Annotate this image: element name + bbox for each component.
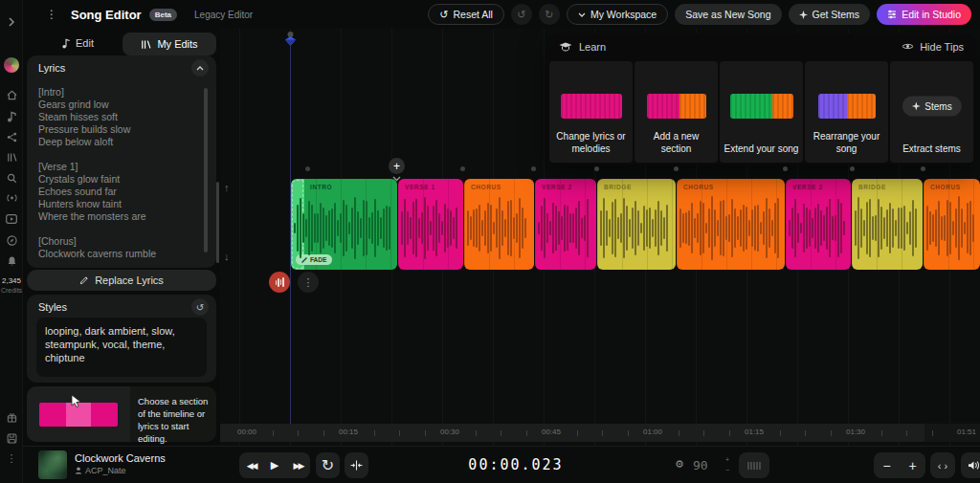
section-boundary-dot[interactable] xyxy=(921,166,925,171)
timeline-section-intro[interactable]: INTROFADE xyxy=(291,179,397,270)
get-stems-button[interactable]: Get Stems xyxy=(789,4,871,25)
learn-card-add-section[interactable]: Add a new section xyxy=(635,61,718,163)
track-artist[interactable]: ACP_Nate xyxy=(75,466,166,475)
loop-button[interactable]: ↻ xyxy=(316,452,340,478)
section-label: VERSE 2 xyxy=(542,184,572,190)
edit-note-icon xyxy=(61,38,71,49)
album-art[interactable] xyxy=(38,450,67,479)
search-icon[interactable] xyxy=(0,173,23,184)
workspace-selector[interactable]: My Workspace xyxy=(567,4,668,25)
play-button[interactable]: ▶ xyxy=(271,459,278,472)
bpm-value[interactable]: 90 xyxy=(693,458,708,472)
section-label: BRIDGE xyxy=(858,184,886,190)
undo-button[interactable]: ↺ xyxy=(511,4,532,25)
zoom-out-button[interactable]: − xyxy=(882,458,890,473)
section-boundary-dot[interactable] xyxy=(674,166,679,171)
track-menu-button[interactable]: ⋮ xyxy=(298,272,319,293)
sidebar-scrollbar[interactable] xyxy=(216,182,219,263)
expand-rail-icon[interactable] xyxy=(0,16,23,28)
timeline-section-bridge[interactable]: BRIDGE xyxy=(852,179,923,270)
section-label: CHORUS xyxy=(471,184,501,190)
undo-icon: ↺ xyxy=(517,10,525,20)
tab-edit[interactable]: Edit xyxy=(61,37,94,49)
section-boundary-dot[interactable] xyxy=(594,166,599,171)
edit-in-studio-button[interactable]: Edit in Studio xyxy=(877,4,971,25)
speaker-icon xyxy=(968,460,980,471)
styles-panel: Styles ↺ looping, dark ambient, slow, st… xyxy=(27,295,216,383)
section-boundary-dot[interactable] xyxy=(460,166,465,171)
lyrics-scrollbar[interactable] xyxy=(204,88,208,252)
learn-title: Learn xyxy=(579,41,606,53)
section-boundary-dot[interactable] xyxy=(531,166,536,171)
section-label: VERSE 1 xyxy=(405,184,435,190)
top-bar: ⋮ Song Editor Beta Legacy Editor ↺Reset … xyxy=(23,0,980,29)
fit-view-button[interactable]: ‹› xyxy=(930,452,955,478)
timeline-section-chorus[interactable]: CHORUS xyxy=(464,179,534,270)
hide-tips-button[interactable]: Hide Tips xyxy=(902,41,964,53)
learn-card-rearrange-song[interactable]: Rearrange your song xyxy=(805,61,888,163)
collapse-lyrics-button[interactable] xyxy=(191,59,209,77)
redo-button[interactable]: ↻ xyxy=(539,4,560,25)
timeline-section-bridge[interactable]: BRIDGE xyxy=(597,179,676,270)
timeline-area[interactable]: + ↑ ↓ INTROFADEVERSE 1CHORUSVERSE 2BRIDG… xyxy=(220,29,980,446)
metronome-bars-icon xyxy=(747,461,761,471)
compass-icon[interactable] xyxy=(0,235,23,246)
timeline-section-chorus[interactable]: CHORUS xyxy=(677,179,785,270)
zoom-in-button[interactable]: + xyxy=(908,458,916,473)
metronome-button[interactable] xyxy=(739,452,769,478)
home-icon[interactable] xyxy=(0,90,23,100)
ruler-label: 00:15 xyxy=(339,428,358,436)
tab-my-edits[interactable]: My Edits xyxy=(122,33,216,55)
my-edits-icon xyxy=(141,39,151,50)
learn-card-change-lyrics[interactable]: Change lyrics or melodies xyxy=(549,61,633,163)
credits-indicator[interactable]: 2,345 Credits xyxy=(0,276,23,296)
save-as-new-song-button[interactable]: Save as New Song xyxy=(675,4,781,25)
rewind-button[interactable]: ◀◀ xyxy=(247,461,256,471)
share-nodes-icon[interactable] xyxy=(0,132,23,143)
edit-sidebar: Edit My Edits Lyrics [Intro] Gears grind… xyxy=(23,29,220,446)
section-boundary-dot[interactable] xyxy=(305,166,310,171)
library-icon[interactable] xyxy=(0,152,23,163)
chevron-down-icon xyxy=(578,12,586,17)
editor-menu-icon[interactable]: ⋮ xyxy=(46,8,57,21)
styles-input[interactable]: looping, dark ambient, slow, steampunk, … xyxy=(36,318,207,377)
tempo-gear-icon[interactable]: ⚙ xyxy=(675,458,684,471)
time-ruler[interactable]: 00:0000:1500:3000:4501:0001:1501:3001:51 xyxy=(220,424,980,442)
timeline-section-verse-2[interactable]: VERSE 2 xyxy=(535,179,596,270)
replace-lyrics-button[interactable]: Replace Lyrics xyxy=(27,270,216,291)
green-section-thumb xyxy=(730,94,772,119)
waveform xyxy=(789,191,848,265)
add-section-button[interactable]: + xyxy=(389,158,405,174)
timeline-section-verse-1[interactable]: VERSE 1 xyxy=(398,179,463,270)
reset-all-button[interactable]: ↺Reset All xyxy=(428,4,504,25)
music-note-icon[interactable] xyxy=(0,111,23,122)
section-boundary-dot[interactable] xyxy=(850,166,855,171)
ruler-label: 00:30 xyxy=(440,428,459,436)
eye-icon xyxy=(902,42,914,51)
video-icon[interactable] xyxy=(0,214,23,224)
bell-icon[interactable] xyxy=(0,255,23,267)
snap-playhead-button[interactable] xyxy=(345,452,368,478)
track-title[interactable]: Clockwork Caverns xyxy=(75,452,166,464)
learn-card-extend-song[interactable]: Extend your song xyxy=(720,61,803,163)
avatar[interactable] xyxy=(4,57,19,73)
ruler-label: 00:00 xyxy=(237,428,256,436)
reset-styles-button[interactable]: ↺ xyxy=(191,298,209,316)
waveform xyxy=(538,191,593,265)
section-label: BRIDGE xyxy=(604,184,632,190)
volume-button[interactable] xyxy=(961,452,980,478)
section-boundary-dot[interactable] xyxy=(783,166,788,171)
save-disk-icon[interactable] xyxy=(0,433,23,444)
track-color-badge[interactable] xyxy=(269,272,290,293)
fast-forward-button[interactable]: ▶▶ xyxy=(294,461,303,471)
broadcast-icon[interactable] xyxy=(0,193,23,203)
playhead-marker[interactable] xyxy=(283,31,298,48)
bpm-stepper[interactable]: +− xyxy=(723,454,732,475)
chevron-up-icon xyxy=(196,66,204,71)
timeline-section-chorus[interactable]: CHORUS xyxy=(924,179,980,270)
legacy-editor-link[interactable]: Legacy Editor xyxy=(194,10,253,20)
learn-card-extract-stems[interactable]: Stems Extract stems xyxy=(890,61,973,163)
gift-icon[interactable] xyxy=(0,412,23,423)
timeline-section-verse-2[interactable]: VERSE 2 xyxy=(786,179,851,270)
rail-more-icon[interactable]: ⋮ xyxy=(0,452,23,465)
